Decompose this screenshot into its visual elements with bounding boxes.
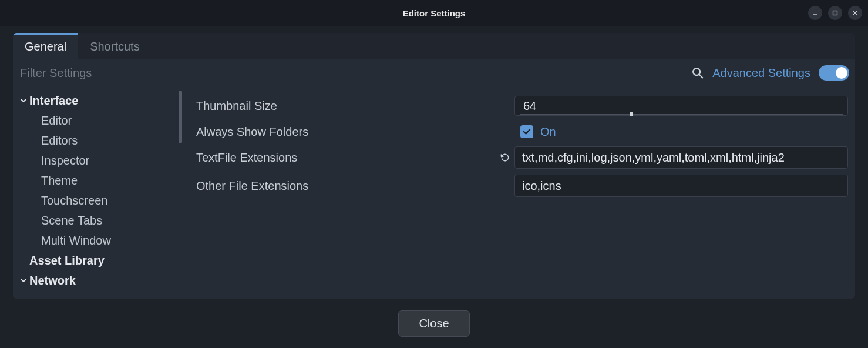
setting-other-file-extensions: Other File Extensions [196,173,848,199]
setting-always-show-folders: Always Show Folders On [196,119,848,145]
tree-item-theme[interactable]: Theme [13,170,182,190]
tree-group-label: Network [29,274,76,287]
maximize-button[interactable] [828,6,842,20]
tree-item-editor[interactable]: Editor [13,111,182,130]
window-controls [808,0,862,26]
checkbox-label: On [540,125,556,139]
advanced-settings-label: Advanced Settings [712,66,810,80]
footer: Close [0,299,868,348]
setting-label: TextFile Extensions [196,151,496,165]
tree-group-asset-library[interactable]: Asset Library [13,250,182,270]
always-show-folders-control: On [514,125,848,139]
settings-content: Thumbnail Size 64 Always Show Folders [182,87,855,299]
svg-point-4 [693,68,700,75]
filter-bar: Advanced Settings [13,59,855,87]
tree-group-network[interactable]: Network [13,270,182,290]
tree-item-scene-tabs[interactable]: Scene Tabs [13,210,182,230]
svg-line-5 [699,75,702,78]
titlebar: Editor Settings [0,0,868,26]
setting-label: Other File Extensions [196,179,496,193]
always-show-folders-checkbox[interactable] [520,125,533,138]
textfile-extensions-input[interactable] [514,146,848,169]
tree-group-label: Interface [29,94,78,108]
sidebar-scrollbar[interactable] [179,91,182,143]
tree-item-editors[interactable]: Editors [13,130,182,150]
tree-item-inspector[interactable]: Inspector [13,150,182,170]
minimize-button[interactable] [808,6,822,20]
other-file-extensions-input[interactable] [514,175,848,197]
advanced-settings-toggle[interactable] [819,65,849,81]
tab-shortcuts[interactable]: Shortcuts [78,33,151,59]
close-window-button[interactable] [848,6,862,20]
tree-item-touchscreen[interactable]: Touchscreen [13,190,182,210]
thumbnail-size-value: 64 [523,99,536,113]
tree-group-interface[interactable]: Interface [13,91,182,111]
tab-general[interactable]: General [13,33,78,59]
setting-label: Always Show Folders [196,125,496,139]
setting-thumbnail-size: Thumbnail Size 64 [196,93,848,119]
main-panel: Interface Editor Editors Inspector Theme… [13,87,855,299]
slider-track [520,114,843,115]
app-body: General Shortcuts Advanced Settings Inte… [0,26,868,348]
slider-handle[interactable] [630,112,633,116]
reset-textfile-extensions-button[interactable] [496,152,514,163]
sidebar-tree: Interface Editor Editors Inspector Theme… [13,87,182,299]
filter-settings-input[interactable] [20,66,683,80]
chevron-down-icon [18,277,29,284]
chevron-down-icon [18,97,29,104]
svg-rect-1 [833,11,837,15]
window-title: Editor Settings [403,8,466,18]
search-icon[interactable] [691,66,704,79]
thumbnail-size-spin-slider[interactable]: 64 [514,96,848,116]
tree-item-multi-window[interactable]: Multi Window [13,230,182,250]
setting-textfile-extensions: TextFile Extensions [196,145,848,170]
tab-bar: General Shortcuts [13,33,855,59]
tree-group-label: Asset Library [29,254,105,267]
setting-label: Thumbnail Size [196,99,496,113]
toggle-knob [836,67,847,79]
close-button[interactable]: Close [398,310,469,337]
